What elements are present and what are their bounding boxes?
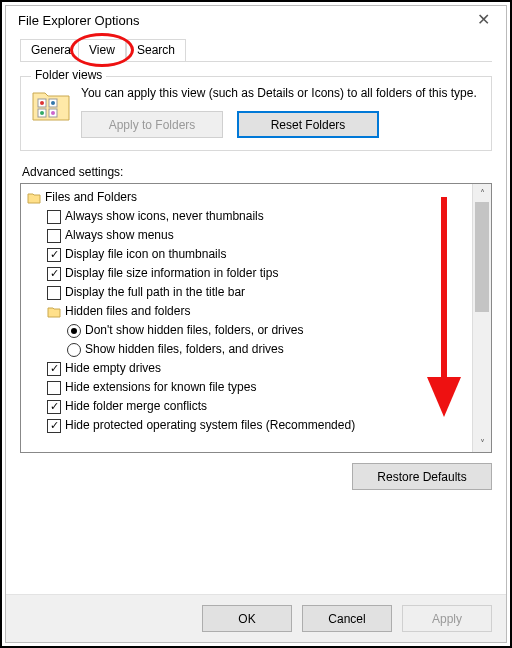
folder-views-text: You can apply this view (such as Details… — [81, 85, 481, 101]
tree-item[interactable]: Always show icons, never thumbnails — [27, 207, 468, 226]
tree-item[interactable]: ✓ Display file size information in folde… — [27, 264, 468, 283]
dialog-footer: OK Cancel Apply — [6, 594, 506, 642]
checkbox-icon[interactable] — [47, 210, 61, 224]
folder-views-group: Folder views You can apply th — [20, 76, 492, 151]
checkbox-icon[interactable] — [47, 229, 61, 243]
tab-view[interactable]: View — [78, 39, 126, 62]
svg-point-6 — [40, 111, 44, 115]
tree-group-hidden: Hidden files and folders — [27, 302, 468, 321]
tree-item[interactable]: ✓ Hide empty drives — [27, 359, 468, 378]
scroll-thumb[interactable] — [475, 202, 489, 312]
tree-radio-item[interactable]: Show hidden files, folders, and drives — [27, 340, 468, 359]
svg-point-4 — [40, 101, 44, 105]
checkbox-icon[interactable]: ✓ — [47, 267, 61, 281]
checkbox-icon[interactable]: ✓ — [47, 400, 61, 414]
tree-item[interactable]: Display the full path in the title bar — [27, 283, 468, 302]
checkbox-icon[interactable] — [47, 381, 61, 395]
tree-radio-item[interactable]: Don't show hidden files, folders, or dri… — [27, 321, 468, 340]
tab-search[interactable]: Search — [126, 39, 186, 62]
folder-icon — [27, 192, 41, 204]
tab-general[interactable]: General — [20, 39, 85, 62]
checkbox-icon[interactable]: ✓ — [47, 419, 61, 433]
advanced-settings-label: Advanced settings: — [22, 165, 492, 179]
scroll-up-icon[interactable]: ˄ — [473, 184, 491, 202]
restore-defaults-button[interactable]: Restore Defaults — [352, 463, 492, 490]
advanced-settings-tree[interactable]: Files and Folders Always show icons, nev… — [20, 183, 492, 453]
checkbox-icon[interactable]: ✓ — [47, 248, 61, 262]
tree-item[interactable]: ✓ Hide folder merge conflicts — [27, 397, 468, 416]
tree-item[interactable]: Hide extensions for known file types — [27, 378, 468, 397]
apply-button: Apply — [402, 605, 492, 632]
tree-item[interactable]: ✓ Display file icon on thumbnails — [27, 245, 468, 264]
window-title: File Explorer Options — [18, 13, 139, 28]
tree-group-root: Files and Folders — [27, 188, 468, 207]
svg-point-5 — [51, 101, 55, 105]
folder-views-legend: Folder views — [31, 68, 106, 82]
reset-folders-button[interactable]: Reset Folders — [237, 111, 379, 138]
svg-point-7 — [51, 111, 55, 115]
tree-item[interactable]: ✓ Hide protected operating system files … — [27, 416, 468, 435]
tab-bar: General View Search — [20, 36, 492, 62]
scrollbar-vertical[interactable]: ˄ ˅ — [472, 184, 491, 452]
folder-thumbnails-icon — [31, 87, 71, 123]
close-icon[interactable]: ✕ — [471, 12, 496, 28]
title-bar: File Explorer Options ✕ — [6, 6, 506, 32]
ok-button[interactable]: OK — [202, 605, 292, 632]
radio-icon[interactable] — [67, 324, 81, 338]
radio-icon[interactable] — [67, 343, 81, 357]
scroll-track[interactable] — [473, 202, 491, 434]
tree-item[interactable]: Always show menus — [27, 226, 468, 245]
folder-icon — [47, 306, 61, 318]
scroll-down-icon[interactable]: ˅ — [473, 434, 491, 452]
checkbox-icon[interactable]: ✓ — [47, 362, 61, 376]
cancel-button[interactable]: Cancel — [302, 605, 392, 632]
checkbox-icon[interactable] — [47, 286, 61, 300]
apply-to-folders-button: Apply to Folders — [81, 111, 223, 138]
